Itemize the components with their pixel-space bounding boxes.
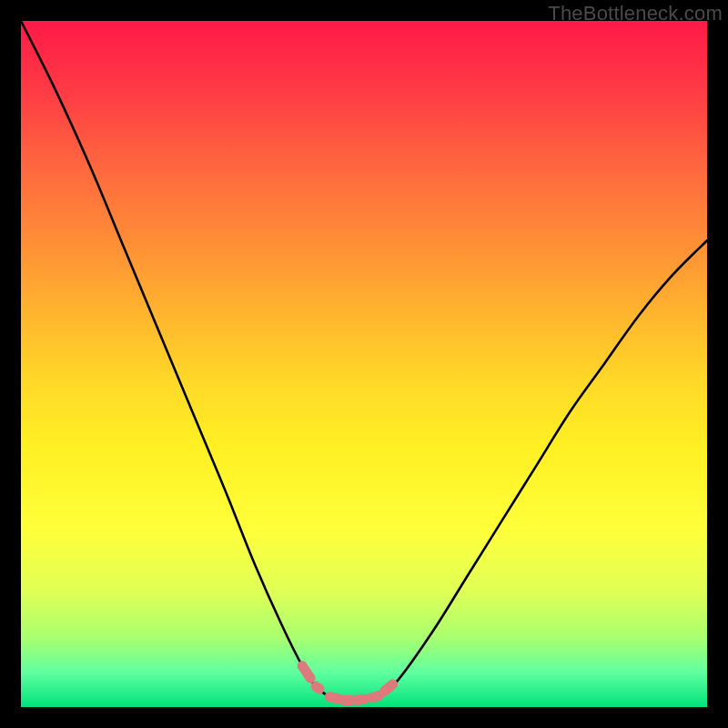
curve-path	[21, 21, 707, 701]
valley-marker-dash	[371, 695, 379, 697]
valley-markers	[302, 666, 392, 701]
bottleneck-curve	[21, 21, 707, 707]
valley-marker-dash	[385, 684, 393, 692]
plot-area	[21, 21, 707, 707]
valley-marker-dash	[329, 697, 338, 699]
valley-marker-dash	[316, 686, 319, 689]
valley-marker-dash	[302, 666, 310, 679]
chart-frame: TheBottleneck.com	[0, 0, 728, 728]
valley-marker-dash	[357, 699, 364, 700]
